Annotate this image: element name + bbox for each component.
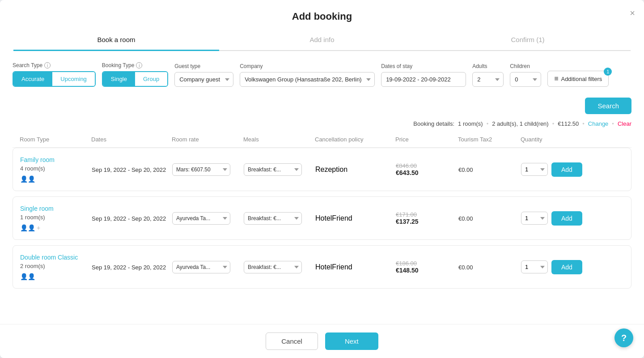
room-rows: Family room 4 room(s) 👤👤 Sep 19, 2022 - … <box>13 148 631 289</box>
price-final: €643.50 <box>396 169 458 176</box>
room-name[interactable]: Double room Classic <box>20 254 92 261</box>
dot-4: • <box>612 120 614 127</box>
add-button[interactable]: Add <box>551 260 582 274</box>
room-type-cell: Double room Classic 2 room(s) 👤👤 <box>20 254 92 280</box>
plus-icon: + <box>37 224 40 231</box>
company-select[interactable]: Volkswagen Group (Hansastraße 202, Berli… <box>240 72 375 87</box>
modal-header: Add booking × <box>0 0 644 22</box>
tax-value: €0.00 <box>458 166 473 173</box>
room-icon: 👤👤 <box>20 273 35 280</box>
additional-filters-group: ≡ Additional filters 1 <box>547 60 609 87</box>
dates-label: Dates of stay <box>381 63 466 69</box>
adults-select[interactable]: 1 2 3 4 <box>472 72 504 87</box>
cancellation-text: Rezeption <box>315 166 347 173</box>
tax-value: €0.00 <box>458 215 473 222</box>
tab-book-a-room[interactable]: Book a room <box>13 30 219 51</box>
guest-type-label: Guest type <box>174 63 233 69</box>
content-area: Search Type i Accurate Upcoming Booking … <box>0 51 644 324</box>
room-name[interactable]: Family room <box>20 156 92 163</box>
additional-filters-badge: 1 <box>604 68 612 76</box>
quantity-select[interactable]: 1 2 3 <box>521 163 548 176</box>
tax-cell: €0.00 <box>458 166 521 174</box>
search-type-label: Search Type i <box>13 62 96 68</box>
accurate-button[interactable]: Accurate <box>13 72 52 86</box>
quantity-select[interactable]: 1 2 3 <box>521 260 548 273</box>
upcoming-button[interactable]: Upcoming <box>52 72 95 86</box>
filter-icon: ≡ <box>554 75 558 83</box>
group-button[interactable]: Group <box>135 72 167 86</box>
price-cell: €171.00 €137.25 <box>396 211 458 225</box>
single-button[interactable]: Single <box>103 72 135 86</box>
add-button[interactable]: Add <box>551 162 582 177</box>
col-room-rate: Room rate <box>172 136 243 143</box>
tax-value: €0.00 <box>458 264 473 271</box>
price-original: €186.00 <box>396 260 458 267</box>
booking-type-label: Booking Type i <box>102 62 168 68</box>
booking-rooms: 1 room(s) <box>458 120 483 127</box>
tab-confirm[interactable]: Confirm (1) <box>425 30 631 51</box>
company-group: Company Volkswagen Group (Hansastraße 20… <box>240 63 375 87</box>
booking-type-info-icon[interactable]: i <box>136 62 142 68</box>
change-link[interactable]: Change <box>588 120 609 127</box>
meals-select[interactable]: Breakfast: €... <box>244 212 302 225</box>
clear-link[interactable]: Clear <box>618 120 631 127</box>
rate-select[interactable]: Ayurveda Ta... <box>172 212 230 225</box>
col-room-type: Room Type <box>20 136 91 143</box>
adults-label: Adults <box>472 63 504 69</box>
meals-cell: Breakfast: €... <box>244 261 315 273</box>
search-button[interactable]: Search <box>585 98 631 114</box>
additional-filters-button[interactable]: ≡ Additional filters 1 <box>547 71 609 87</box>
room-icon-row: 👤👤 <box>20 175 92 183</box>
add-button[interactable]: Add <box>551 211 582 226</box>
footer-actions: Cancel Next <box>0 324 644 358</box>
table-row: Double room Classic 2 room(s) 👤👤 Sep 19,… <box>13 245 631 289</box>
col-meals: Meals <box>243 136 315 143</box>
table-row: Single room 1 room(s) 👤👤 + Sep 19, 2022 … <box>13 196 631 240</box>
cancellation-cell: HotelFriend <box>315 214 396 222</box>
children-select[interactable]: 0 1 2 3 <box>510 72 541 87</box>
price-cell: €186.00 €148.50 <box>396 260 458 274</box>
dates-input[interactable] <box>381 72 466 87</box>
meals-cell: Breakfast: €... <box>244 212 315 225</box>
rate-cell: Mars: €607.50 <box>172 163 244 176</box>
rate-cell: Ayurveda Ta... <box>172 212 244 225</box>
col-dates: Dates <box>91 136 172 143</box>
dot-2: • <box>552 120 555 127</box>
help-button[interactable]: ? <box>614 328 633 347</box>
meals-select[interactable]: Breakfast: €... <box>244 163 302 176</box>
date-text: Sep 19, 2022 - Sep 20, 2022 <box>92 264 166 271</box>
tab-add-info[interactable]: Add info <box>219 30 425 51</box>
dates-cell: Sep 19, 2022 - Sep 20, 2022 <box>92 263 172 271</box>
room-icon-row: 👤👤 + <box>20 224 92 231</box>
price-original: €171.00 <box>396 211 458 218</box>
col-quantity: Quantity <box>521 136 624 143</box>
col-cancellation: Cancellation policy <box>315 136 395 143</box>
quantity-add-cell: 1 2 3 Add <box>521 162 624 177</box>
rate-select[interactable]: Ayurveda Ta... <box>172 261 230 273</box>
rate-cell: Ayurveda Ta... <box>172 261 244 273</box>
adults-group: Adults 1 2 3 4 <box>472 63 504 87</box>
rate-select[interactable]: Mars: €607.50 <box>172 163 230 176</box>
room-name[interactable]: Single room <box>20 205 92 212</box>
room-icon-row: 👤👤 <box>20 273 92 280</box>
date-text: Sep 19, 2022 - Sep 20, 2022 <box>92 166 166 173</box>
col-tourism-tax: Tourism Tax2 <box>458 136 521 143</box>
children-group: Children 0 1 2 3 <box>510 63 541 87</box>
guest-type-group: Guest type Company guest Individual gues… <box>174 63 233 87</box>
price-original: €846.00 <box>396 162 458 169</box>
next-button[interactable]: Next <box>325 332 378 350</box>
quantity-add-cell: 1 2 3 Add <box>521 260 624 274</box>
children-label: Children <box>510 63 541 69</box>
cancel-button[interactable]: Cancel <box>266 332 318 350</box>
booking-type-group: Booking Type i Single Group <box>102 62 168 87</box>
booking-details-label: Booking details: <box>413 120 454 127</box>
cancellation-text: HotelFriend <box>315 214 352 222</box>
guest-type-select[interactable]: Company guest Individual guest <box>174 72 233 87</box>
search-type-toggle: Accurate Upcoming <box>13 71 96 87</box>
quantity-add-cell: 1 2 3 Add <box>521 211 624 226</box>
room-icon: 👤👤 <box>20 175 35 183</box>
close-button[interactable]: × <box>630 8 635 18</box>
quantity-select[interactable]: 1 2 3 <box>521 212 548 225</box>
search-type-info-icon[interactable]: i <box>44 62 51 68</box>
meals-select[interactable]: Breakfast: €... <box>244 261 302 273</box>
